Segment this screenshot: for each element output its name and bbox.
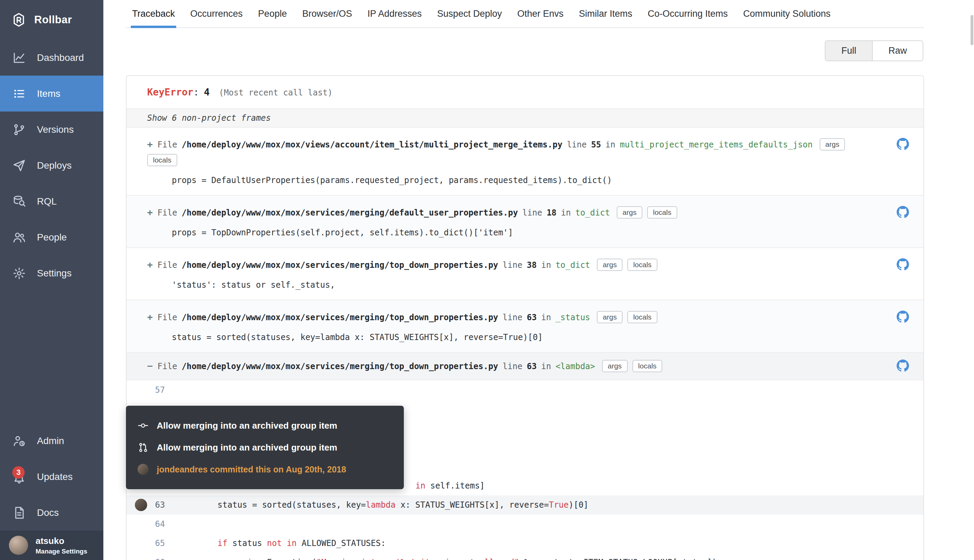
tab-co-occurring-items[interactable]: Co-Occurring Items — [648, 0, 728, 27]
locals-button[interactable]: locals — [632, 360, 662, 372]
function-name: <lambda> — [555, 362, 595, 371]
sidebar-item-people[interactable]: People — [0, 219, 103, 255]
stack-frame: +File/home/deploy/www/mox/mox/services/m… — [127, 248, 923, 300]
locals-button[interactable]: locals — [627, 311, 657, 323]
tabs: TracebackOccurrencesPeopleBrowser/OSIP A… — [126, 0, 924, 27]
sidebar-item-settings[interactable]: Settings — [0, 255, 103, 291]
expand-frame-toggle[interactable]: + — [147, 257, 157, 273]
view-toggle: FullRaw — [825, 40, 923, 61]
exception-separator: : — [193, 87, 199, 98]
sidebar: Rollbar DashboardItemsVersionsDeploysRQL… — [0, 0, 103, 560]
github-link[interactable] — [897, 311, 909, 323]
expand-frame-toggle[interactable]: + — [147, 205, 157, 220]
blame-avatar[interactable] — [135, 499, 147, 511]
tab-community-solutions[interactable]: Community Solutions — [743, 0, 831, 27]
tab-suspect-deploy[interactable]: Suspect Deploy — [437, 0, 502, 27]
locals-button[interactable]: locals — [647, 206, 677, 218]
dashboard-chart-icon — [12, 51, 26, 65]
function-name: to_dict — [575, 208, 610, 218]
sidebar-item-rql[interactable]: RQL — [0, 183, 103, 219]
sidebar-item-deploys[interactable]: Deploys — [0, 147, 103, 183]
file-label: File — [157, 260, 177, 270]
user-menu[interactable]: atsuko Manage Settings — [0, 531, 103, 560]
items-list-icon — [12, 87, 26, 100]
tab-people[interactable]: People — [258, 0, 287, 27]
github-link[interactable] — [897, 206, 909, 218]
args-button[interactable]: args — [602, 360, 628, 372]
tab-ip-addresses[interactable]: IP Addresses — [368, 0, 422, 27]
blame-tooltip-row: Allow merging into an archived group ite… — [138, 415, 392, 437]
locals-button[interactable]: locals — [627, 258, 657, 271]
exception-header: KeyError:4 (Most recent call last) — [127, 76, 923, 108]
args-button[interactable]: args — [597, 311, 622, 323]
github-link[interactable] — [897, 138, 909, 150]
manage-settings-link[interactable]: Manage Settings — [36, 548, 87, 555]
tab-browser-os[interactable]: Browser/OS — [302, 0, 352, 27]
sidebar-item-label: Dashboard — [37, 52, 84, 63]
frame-code-line: props = DefaultUserProperties(params.req… — [172, 175, 903, 186]
blame-tooltip-text: Allow merging into an archived group ite… — [157, 420, 337, 431]
sidebar-footer-nav: Admin3UpdatesDocs — [0, 423, 103, 531]
args-button[interactable]: args — [617, 206, 642, 218]
sidebar-item-dashboard[interactable]: Dashboard — [0, 40, 103, 76]
in-label: in — [541, 362, 551, 371]
frame-header: −File/home/deploy/www/mox/mox/services/m… — [147, 358, 903, 374]
tab-other-envs[interactable]: Other Envs — [517, 0, 563, 27]
sidebar-item-items[interactable]: Items — [0, 76, 103, 112]
line-label: line — [567, 140, 587, 150]
source-code: raise Exception("Merging into a '%s' ite… — [178, 553, 717, 560]
collapse-frame-toggle[interactable]: − — [147, 358, 157, 374]
tab-traceback[interactable]: Traceback — [132, 0, 175, 27]
expand-frame-toggle[interactable]: + — [147, 309, 157, 325]
in-label: in — [541, 313, 551, 322]
stack-frame: +File/home/deploy/www/mox/mox/services/m… — [127, 300, 923, 353]
line-number: 66 — [127, 553, 165, 560]
frame-line-number: 38 — [527, 260, 537, 270]
github-link[interactable] — [897, 258, 909, 271]
locals-button[interactable]: locals — [147, 154, 177, 166]
blame-attribution-link[interactable]: jondeandres committed this on Aug 20th, … — [157, 465, 346, 475]
scrollbar-thumb[interactable] — [971, 15, 973, 45]
sidebar-item-updates[interactable]: 3Updates — [0, 459, 103, 495]
sidebar-item-label: Admin — [37, 435, 64, 447]
args-button[interactable]: args — [820, 138, 845, 150]
tab-similar-items[interactable]: Similar Items — [579, 0, 632, 27]
source-line: 63 status = sorted(statuses, key=lambda … — [127, 495, 923, 515]
frame-line-number: 63 — [527, 313, 537, 322]
stack-frame: +File/home/deploy/www/mox/mox/services/m… — [127, 196, 923, 248]
file-label: File — [157, 362, 177, 371]
sidebar-item-label: Updates — [37, 472, 73, 482]
file-label: File — [157, 140, 177, 150]
args-button[interactable]: args — [597, 258, 622, 271]
source-line: 57 — [127, 380, 923, 400]
exception-type: KeyError — [147, 87, 193, 98]
admin-icon — [12, 434, 26, 448]
blame-attribution-row: jondeandres committed this on Aug 20th, … — [138, 458, 392, 480]
settings-gear-icon — [12, 267, 26, 280]
sidebar-item-admin[interactable]: Admin — [0, 423, 103, 459]
view-toggle-raw[interactable]: Raw — [872, 41, 923, 60]
function-name: to_dict — [555, 260, 590, 270]
source-code: status = sorted(statuses, key=lambda x: … — [178, 495, 588, 515]
github-link[interactable] — [897, 360, 909, 372]
people-icon — [12, 230, 26, 244]
stack-frame: +File/home/deploy/www/mox/mox/views/acco… — [127, 128, 923, 196]
in-label: in — [605, 140, 615, 150]
view-toggle-full[interactable]: Full — [826, 41, 872, 60]
stack-frames-list: +File/home/deploy/www/mox/mox/views/acco… — [127, 128, 923, 380]
user-name: atsuko — [36, 536, 87, 546]
sidebar-item-docs[interactable]: Docs — [0, 495, 103, 531]
non-project-frames-toggle[interactable]: Show 6 non-project frames — [127, 108, 923, 128]
frame-line-number: 63 — [527, 362, 537, 371]
blame-tooltip-row: Allow merging into an archived group ite… — [138, 437, 392, 458]
tab-occurrences[interactable]: Occurrences — [190, 0, 243, 27]
sidebar-item-versions[interactable]: Versions — [0, 112, 103, 147]
file-label: File — [157, 313, 177, 322]
file-path: /home/deploy/www/mox/mox/services/mergin… — [182, 208, 518, 218]
in-label: in — [541, 260, 551, 270]
stack-frame: −File/home/deploy/www/mox/mox/services/m… — [127, 353, 923, 380]
expand-frame-toggle[interactable]: + — [147, 137, 157, 152]
rql-icon — [12, 195, 26, 208]
rollbar-logo[interactable]: Rollbar — [0, 0, 103, 40]
frame-header: +File/home/deploy/www/mox/mox/services/m… — [147, 309, 903, 325]
